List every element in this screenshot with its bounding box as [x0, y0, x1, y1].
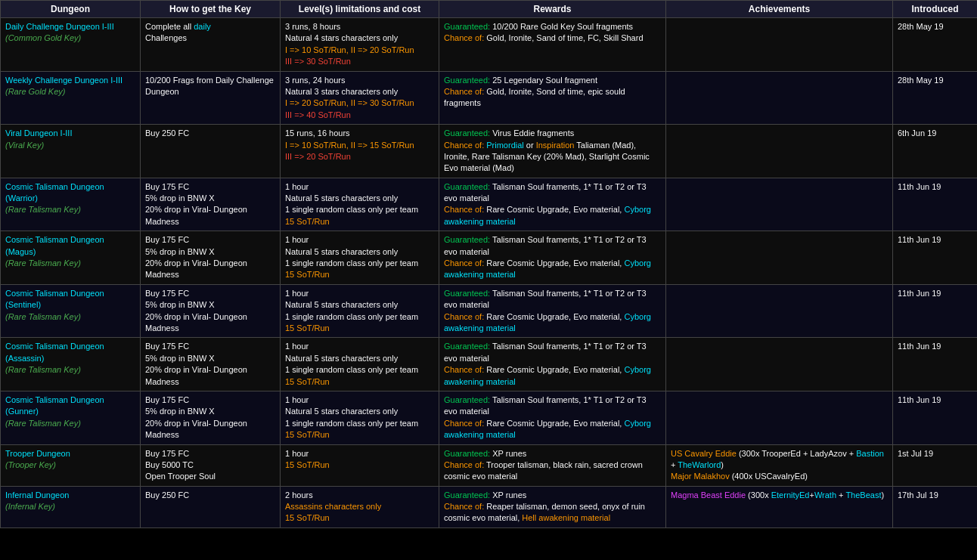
introduced-date: 11th Jun 19	[893, 178, 978, 231]
achievements-info: Magma Beast Eddie (300x EternityEd+Wrath…	[666, 486, 893, 528]
dungeon-name: Trooper Dungeon(Trooper Key)	[1, 444, 141, 486]
dungeon-name: Cosmic Talisman Dungeon (Magus)(Rare Tal…	[1, 231, 141, 285]
introduced-date: 6th Jun 19	[893, 125, 978, 178]
level-info: 3 runs, 8 hoursNatural 4 stars character…	[281, 18, 439, 72]
dungeon-name: Cosmic Talisman Dungeon (Assassin)(Rare …	[1, 338, 141, 391]
header-rewards: Rewards	[439, 1, 666, 18]
table-row: Cosmic Talisman Dungeon (Magus)(Rare Tal…	[1, 231, 978, 285]
key-info: Buy 250 FC	[141, 125, 281, 178]
achievements-info	[666, 231, 893, 285]
table-row: Cosmic Talisman Dungeon (Assassin)(Rare …	[1, 338, 978, 391]
level-info: 1 hourNatural 5 stars characters only1 s…	[281, 338, 439, 391]
introduced-date: 1st Jul 19	[893, 444, 978, 486]
level-info: 1 hourNatural 5 stars characters only1 s…	[281, 178, 439, 231]
key-info: Buy 175 FC5% drop in BNW X20% drop in Vi…	[141, 178, 281, 231]
achievements-info	[666, 391, 893, 444]
achievements-info: US Cavalry Eddie (300x TrooperEd + LadyA…	[666, 444, 893, 486]
achievements-info	[666, 18, 893, 72]
rewards-info: Guaranteed: XP runesChance of: Reaper ta…	[439, 486, 666, 528]
key-info: Buy 175 FCBuy 5000 TCOpen Trooper Soul	[141, 444, 281, 486]
dungeon-name: Daily Challenge Dungeon I-III(Common Gol…	[1, 18, 141, 72]
table-row: Infernal Dungeon(Infernal Key)Buy 250 FC…	[1, 486, 978, 528]
header-level: Level(s) limitations and cost	[281, 1, 439, 18]
introduced-date: 11th Jun 19	[893, 231, 978, 285]
introduced-date: 28th May 19	[893, 18, 978, 72]
achievements-info	[666, 338, 893, 391]
header-achievements: Achievements	[666, 1, 893, 18]
key-info: Buy 175 FC5% drop in BNW X20% drop in Vi…	[141, 338, 281, 391]
table-row: Daily Challenge Dungeon I-III(Common Gol…	[1, 18, 978, 72]
level-info: 1 hour15 SoT/Run	[281, 444, 439, 486]
achievements-info	[666, 71, 893, 125]
achievements-info	[666, 125, 893, 178]
level-info: 2 hoursAssassins characters only15 SoT/R…	[281, 486, 439, 528]
table-row: Cosmic Talisman Dungeon (Sentinel)(Rare …	[1, 284, 978, 338]
dungeon-name: Weekly Challenge Dungeon I-III(Rare Gold…	[1, 71, 141, 125]
introduced-date: 11th Jun 19	[893, 284, 978, 338]
introduced-date: 11th Jun 19	[893, 338, 978, 391]
key-info: Buy 175 FC5% drop in BNW X20% drop in Vi…	[141, 391, 281, 444]
key-info: Complete all dailyChallenges	[141, 18, 281, 72]
dungeon-name: Infernal Dungeon(Infernal Key)	[1, 486, 141, 528]
rewards-info: Guaranteed: Talisman Soul framents, 1* T…	[439, 231, 666, 285]
rewards-info: Guaranteed: XP runesChance of: Trooper t…	[439, 444, 666, 486]
introduced-date: 11th Jun 19	[893, 391, 978, 444]
key-info: Buy 250 FC	[141, 486, 281, 528]
table-row: Cosmic Talisman Dungeon (Warrior)(Rare T…	[1, 178, 978, 231]
dungeon-name: Cosmic Talisman Dungeon (Warrior)(Rare T…	[1, 178, 141, 231]
rewards-info: Guaranteed: Talisman Soul framents, 1* T…	[439, 178, 666, 231]
rewards-info: Guaranteed: 25 Legendary Soul fragmentCh…	[439, 71, 666, 125]
dungeon-name: Viral Dungeon I-III(Viral Key)	[1, 125, 141, 178]
level-info: 1 hourNatural 5 stars characters only1 s…	[281, 231, 439, 285]
table-row: Viral Dungeon I-III(Viral Key)Buy 250 FC…	[1, 125, 978, 178]
introduced-date: 28th May 19	[893, 71, 978, 125]
dungeon-name: Cosmic Talisman Dungeon (Gunner)(Rare Ta…	[1, 391, 141, 444]
level-info: 1 hourNatural 5 stars characters only1 s…	[281, 391, 439, 444]
rewards-info: Guaranteed: Talisman Soul framents, 1* T…	[439, 391, 666, 444]
dungeon-name: Cosmic Talisman Dungeon (Sentinel)(Rare …	[1, 284, 141, 338]
rewards-info: Guaranteed: Virus Eddie fragmentsChance …	[439, 125, 666, 178]
key-info: 10/200 Frags from Daily Challenge Dungeo…	[141, 71, 281, 125]
header-key: How to get the Key	[141, 1, 281, 18]
introduced-date: 17th Jul 19	[893, 486, 978, 528]
dungeon-table: Dungeon How to get the Key Level(s) limi…	[0, 0, 977, 528]
header-dungeon: Dungeon	[1, 1, 141, 18]
achievements-info	[666, 178, 893, 231]
table-row: Trooper Dungeon(Trooper Key)Buy 175 FCBu…	[1, 444, 978, 486]
rewards-info: Guaranteed: Talisman Soul framents, 1* T…	[439, 284, 666, 338]
rewards-info: Guaranteed: 10/200 Rare Gold Key Soul fr…	[439, 18, 666, 72]
level-info: 15 runs, 16 hoursI => 10 SoT/Run, II => …	[281, 125, 439, 178]
table-row: Cosmic Talisman Dungeon (Gunner)(Rare Ta…	[1, 391, 978, 444]
key-info: Buy 175 FC5% drop in BNW X20% drop in Vi…	[141, 231, 281, 285]
table-row: Weekly Challenge Dungeon I-III(Rare Gold…	[1, 71, 978, 125]
level-info: 3 runs, 24 hoursNatural 3 stars characte…	[281, 71, 439, 125]
key-info: Buy 175 FC5% drop in BNW X20% drop in Vi…	[141, 284, 281, 338]
level-info: 1 hourNatural 5 stars characters only1 s…	[281, 284, 439, 338]
achievements-info	[666, 284, 893, 338]
header-introduced: Introduced	[893, 1, 978, 18]
rewards-info: Guaranteed: Talisman Soul framents, 1* T…	[439, 338, 666, 391]
